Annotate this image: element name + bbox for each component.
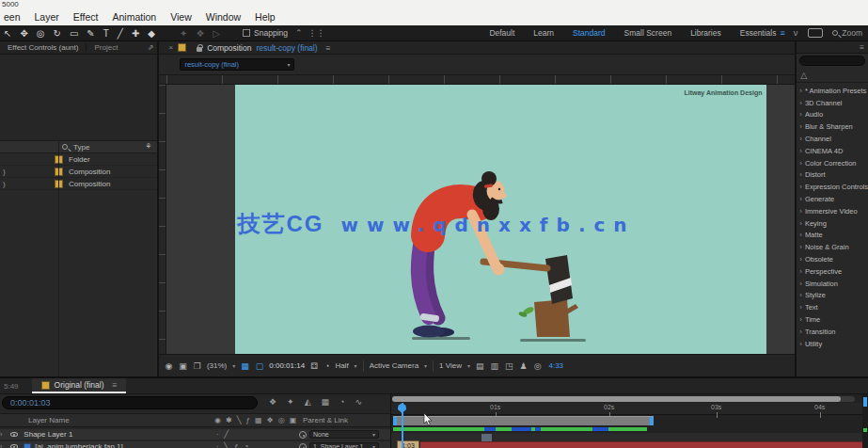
render-icon[interactable]: ♟	[520, 361, 528, 371]
vertical-ruler[interactable]	[159, 85, 166, 354]
fast-preview-icon[interactable]: ◳	[505, 361, 513, 371]
panel-menu-icon[interactable]: ≡	[112, 380, 117, 390]
grid-options-icon[interactable]: ▦	[241, 361, 249, 371]
project-search-icon[interactable]	[62, 144, 68, 150]
lock-icon[interactable]	[197, 47, 202, 52]
panel-menu-icon[interactable]: ≡	[326, 43, 331, 53]
effects-panel-tab[interactable]: ≡	[797, 41, 868, 54]
twirl-icon[interactable]: ›	[0, 443, 2, 448]
snapping-control[interactable]: Snapping	[243, 28, 288, 38]
motion-blur-icon[interactable]: ◔	[339, 397, 344, 407]
effects-category[interactable]: Noise & Grain	[797, 241, 868, 253]
current-time-field[interactable]: 0:00:01:03	[2, 396, 258, 409]
horizontal-ruler[interactable]	[159, 75, 795, 85]
layer-duration-bar[interactable]	[420, 441, 868, 448]
workspace-tab[interactable]: Default	[480, 28, 524, 38]
hand-tool-icon[interactable]: ✥	[20, 25, 27, 41]
timeline-nav-icon[interactable]: ◎	[534, 361, 542, 371]
menu-item[interactable]: Animation	[112, 11, 156, 23]
effects-category[interactable]: Stylize	[797, 290, 868, 302]
viewer-timecode[interactable]: 0:00:01:14	[269, 361, 305, 370]
effects-category[interactable]: Color Correction	[797, 157, 868, 169]
text-tool-icon[interactable]: T	[103, 25, 109, 41]
layer-name[interactable]: Shape Layer 1	[24, 430, 72, 439]
workspace-tab[interactable]: Learn	[524, 28, 563, 38]
show-channel-icon[interactable]: ◔	[324, 361, 329, 371]
twirl-icon[interactable]: ›	[0, 431, 2, 438]
effects-category[interactable]: Text	[797, 301, 868, 313]
pen-tool-icon[interactable]: ✎	[87, 25, 94, 41]
pick-whip-icon[interactable]	[299, 443, 307, 448]
mini-flowchart-icon[interactable]: ❖	[269, 397, 276, 407]
frame-blend-icon[interactable]: ▦	[322, 397, 330, 407]
fast-preview-badge[interactable]: 4:33	[548, 361, 563, 370]
composition-canvas[interactable]: 技艺CG www.qdnxxfb.cn Litway Animation Des…	[235, 85, 766, 354]
flowchart-icon[interactable]: ⚘	[145, 142, 151, 151]
camera-view-popup[interactable]: Active Camera	[370, 361, 418, 370]
type-column-header[interactable]: Type	[73, 143, 89, 152]
snap-grid-icon[interactable]: ⋮⋮	[308, 28, 325, 38]
menu-item[interactable]: een	[4, 11, 21, 23]
effects-category[interactable]: Transition	[797, 326, 868, 338]
workspace-tab[interactable]: Standard	[563, 28, 615, 38]
draft-3d-icon[interactable]: ✦	[287, 397, 294, 407]
effects-category[interactable]: * Animation Presets	[797, 85, 868, 97]
snapshot-icon[interactable]: ◉	[165, 361, 172, 371]
graph-editor-icon[interactable]: ∿	[355, 397, 363, 407]
effects-sort-row[interactable]: △	[797, 68, 868, 83]
selection-tool-icon[interactable]: ↖	[4, 25, 11, 41]
project-row[interactable]: Folder	[0, 153, 157, 166]
effects-category[interactable]: Obsolete	[797, 253, 868, 265]
horizontal-scrollbar[interactable]	[392, 396, 855, 402]
help-search[interactable]: Zoom	[832, 28, 868, 38]
workspace-menu-icon[interactable]: ≡	[781, 28, 785, 38]
menu-item[interactable]: Window	[206, 11, 241, 23]
eye-icon[interactable]	[10, 444, 18, 448]
magnification-icon[interactable]: ❐	[194, 361, 201, 371]
effects-category[interactable]: Blur & Sharpen	[797, 120, 868, 133]
snapping-checkbox[interactable]	[243, 29, 250, 37]
magnification-popup[interactable]: (31%)	[207, 361, 227, 370]
menu-item[interactable]: Help	[255, 11, 276, 23]
scrollbar-thumb[interactable]	[392, 396, 841, 402]
effects-category[interactable]: Distort	[797, 169, 868, 182]
eraser-tool-icon[interactable]: ◆	[148, 25, 155, 41]
effects-category[interactable]: Keying	[797, 217, 868, 230]
composition-selector-dropdown[interactable]: result-copy (final) ▾	[180, 58, 294, 71]
stamp-tool-icon[interactable]: ✚	[132, 25, 139, 41]
parent-link-column[interactable]: Parent & Link	[303, 416, 348, 424]
snap-expand-icon[interactable]: ⌃	[295, 28, 303, 38]
effects-category[interactable]: Audio	[797, 109, 868, 121]
layer-row-1[interactable]: › Shape Layer 1 ∙╱ None ▾	[0, 429, 390, 440]
vertical-scrollbar[interactable]	[862, 394, 868, 448]
pixel-aspect-icon[interactable]: ▥	[491, 361, 499, 371]
time-ruler[interactable]: 01s02s03s04s	[391, 403, 868, 415]
composition-tab[interactable]: × Composition result-copy (final) ≡	[159, 41, 795, 55]
column-divider[interactable]	[58, 140, 59, 376]
effects-search-input[interactable]	[799, 56, 865, 66]
effects-category[interactable]: Utility	[797, 338, 868, 350]
brush-tool-icon[interactable]: ╱	[118, 25, 123, 41]
mask-visibility-icon[interactable]: ▢	[256, 361, 264, 371]
effects-category[interactable]: CINEMA 4D	[797, 145, 868, 157]
rotation-tool-icon[interactable]: ↻	[54, 25, 61, 41]
layer-color-label[interactable]	[24, 443, 31, 448]
project-row[interactable]: ) Composition	[0, 178, 157, 190]
close-icon[interactable]: ×	[168, 43, 173, 52]
layer-name-column[interactable]: Layer Name	[28, 416, 70, 424]
effects-category[interactable]: Channel	[797, 133, 868, 145]
pin-icon[interactable]: ⇗	[148, 43, 158, 52]
layout-icon[interactable]: ▤	[476, 361, 484, 371]
effects-category[interactable]: Expression Controls	[797, 181, 868, 193]
menu-item[interactable]: View	[170, 11, 192, 23]
tab-effect-controls[interactable]: Effect Controls (aunt)	[0, 43, 86, 52]
workspace-tab[interactable]: Essentials	[731, 28, 786, 38]
shy-icon[interactable]: ◭	[305, 397, 311, 407]
effects-category[interactable]: 3D Channel	[797, 97, 868, 109]
parent-dropdown[interactable]: 1. Shape Layer 1 ▾	[309, 442, 379, 448]
effects-category[interactable]: Generate	[797, 193, 868, 205]
screen-mode-icon[interactable]	[808, 28, 823, 38]
layer-row-2[interactable]: › [ai_anim lumberjack fan 1] ∙╲ƒ◔ 1. Sha…	[0, 441, 390, 448]
zoom-tool-icon[interactable]: ◎	[37, 25, 45, 41]
timeline-tab[interactable]: Original (final) ≡	[32, 378, 127, 393]
